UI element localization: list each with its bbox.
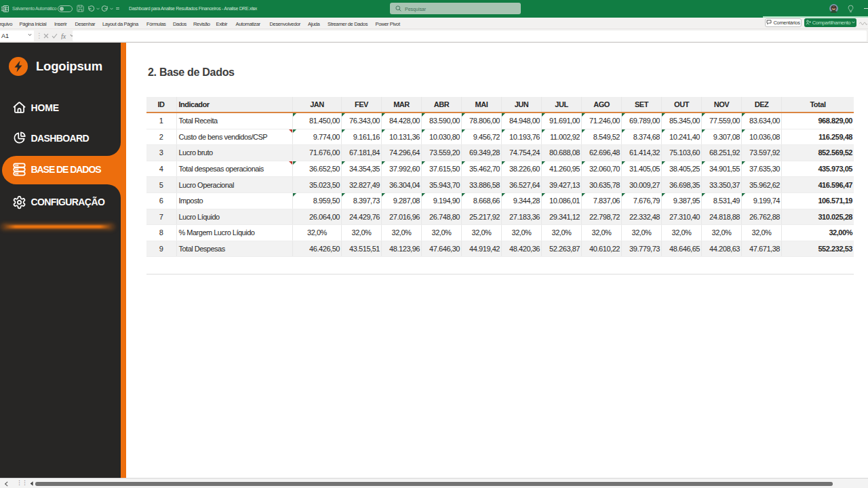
svg-text:fx: fx — [61, 33, 66, 39]
